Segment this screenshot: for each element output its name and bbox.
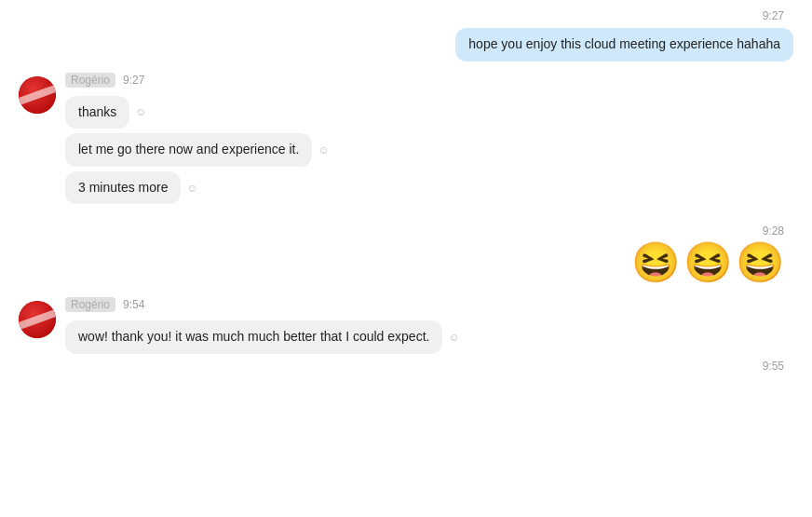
received-bubble-3min: 3 minutes more: [65, 171, 181, 205]
avatar-2: [19, 301, 56, 338]
sender-name-2: Rogério: [65, 297, 115, 312]
timestamp-9-27-sent: 9:27: [19, 9, 793, 22]
avatar-inner-1: [19, 76, 56, 114]
sender-name-1: Rogério: [65, 73, 115, 88]
laugh-emoji-3: 😆: [736, 243, 784, 282]
bubble-row-3min: 3 minutes more ☺: [65, 171, 330, 205]
messages-stack-2: Rogério 9:54 wow! thank you! it was much…: [65, 297, 460, 354]
sender-time-2: 9:54: [123, 298, 144, 311]
react-icon-thanks[interactable]: ☺: [135, 105, 146, 118]
received-bubble-letme: let me go there now and experience it.: [65, 133, 312, 167]
avatar-inner-2: [19, 301, 56, 338]
timestamp-9-28: 9:28: [19, 224, 793, 238]
bubble-row-letme: let me go there now and experience it. ☺: [65, 133, 330, 167]
messages-stack-1: Rogério 9:27 thanks ☺ let me go there no…: [65, 73, 330, 205]
react-icon-3min[interactable]: ☺: [186, 182, 197, 195]
react-icon-letme[interactable]: ☺: [318, 143, 329, 156]
sender-meta-2: Rogério 9:54: [65, 297, 460, 312]
react-icon-wow[interactable]: ☺: [448, 331, 459, 344]
avatar-1: [19, 76, 56, 114]
chat-container: 9:27 hope you enjoy this cloud meeting e…: [0, 0, 812, 517]
sender-time-1: 9:27: [123, 74, 144, 87]
received-section-1: Rogério 9:27 thanks ☺ let me go there no…: [19, 73, 793, 205]
received-section-2: Rogério 9:54 wow! thank you! it was much…: [19, 297, 793, 354]
received-bubble-thanks: thanks: [65, 96, 129, 129]
sent-bubble-1: hope you enjoy this cloud meeting experi…: [455, 28, 793, 61]
sender-meta-1: Rogério 9:27: [65, 73, 330, 88]
laugh-emoji-2: 😆: [683, 243, 732, 282]
received-bubble-wow: wow! thank you! it was much much better …: [65, 320, 442, 354]
bubble-row-wow: wow! thank you! it was much much better …: [65, 320, 460, 354]
sent-message-row-1: hope you enjoy this cloud meeting experi…: [19, 28, 793, 61]
bubble-row-thanks: thanks ☺: [65, 96, 330, 129]
emoji-row-928: 😆 😆 😆: [19, 243, 793, 282]
laugh-emoji-1: 😆: [631, 243, 680, 282]
timestamp-9-55: 9:55: [19, 360, 793, 373]
